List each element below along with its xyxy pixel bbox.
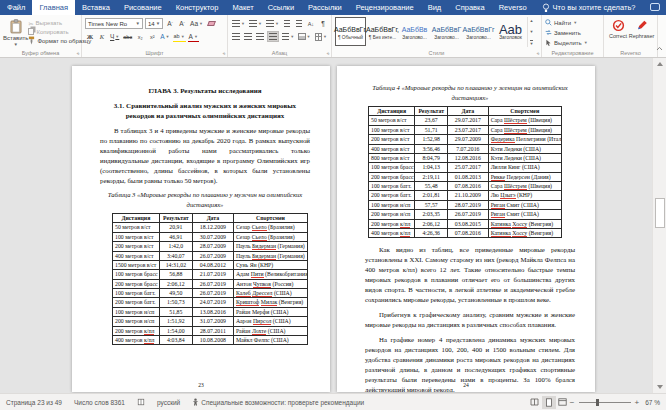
analysis-paragraph-2[interactable]: Прибегнув к графическому анализу, сравни… <box>365 310 575 330</box>
result-cell[interactable]: 23,67 <box>415 116 448 125</box>
tell-me-box[interactable]: Что вы хотите сделать? <box>534 0 644 15</box>
table4-caption[interactable]: Таблица 4 «Мировые рекорды по плаванию у… <box>365 83 575 103</box>
distance-cell[interactable]: 100 метров брасс <box>113 270 160 279</box>
tab-reverso[interactable]: Reverso <box>492 0 534 15</box>
column-header[interactable]: Дата <box>448 107 489 116</box>
athlete-cell[interactable]: Сара Шёстрем (Швеция) <box>488 182 561 191</box>
date-cell[interactable]: 28.07.2009 <box>192 242 233 251</box>
italic-button[interactable]: К <box>97 31 107 42</box>
result-cell[interactable]: 57,57 <box>415 200 448 209</box>
athlete-cell[interactable]: Сезар Сьело (Бразилия) <box>233 232 307 241</box>
distance-cell[interactable]: 50 метров в/ст <box>369 116 415 125</box>
distance-cell[interactable]: 200 метров батт. <box>369 191 415 200</box>
result-cell[interactable]: 3:56,46 <box>415 144 448 153</box>
date-cell[interactable]: 04.08.2012 <box>192 260 233 269</box>
column-header[interactable]: Результат <box>159 214 192 223</box>
distance-cell[interactable]: 400 метров в/ст <box>113 251 160 260</box>
table-women-records[interactable]: ДистанцияРезультатДатаСпортсмен50 метров… <box>368 106 562 238</box>
distance-cell[interactable]: 200 метров к/пл <box>113 326 160 335</box>
superscript-button[interactable]: x² <box>147 31 157 42</box>
athlete-cell[interactable]: Кэти Ледеки (США) <box>488 144 561 153</box>
vertical-scrollbar[interactable] <box>652 58 666 393</box>
distance-cell[interactable]: 200 метров брасс <box>369 172 415 181</box>
web-layout-button[interactable] <box>556 396 570 409</box>
tab-help[interactable]: Справка <box>448 0 491 15</box>
tab-draw[interactable]: Рисование <box>117 0 169 15</box>
distance-cell[interactable]: 400 метров в/ст <box>369 144 415 153</box>
date-cell[interactable]: 7.07.2016 <box>448 144 489 153</box>
align-right-button[interactable] <box>255 31 265 42</box>
shrink-font-button[interactable]: Аˇ <box>177 18 187 29</box>
athlete-cell[interactable]: Лилли Кинг (США) <box>488 163 561 172</box>
paste-button[interactable]: Вставить ▼ <box>3 17 28 47</box>
style-card-3[interactable]: АаБбВвГЗаголово... <box>431 17 462 46</box>
borders-button[interactable]: ▼ <box>314 31 328 42</box>
date-cell[interactable]: 23.07.2017 <box>448 125 489 134</box>
proofing-status[interactable] <box>131 394 151 410</box>
athlete-cell[interactable]: Сезар Сьело (Бразилия) <box>233 223 307 232</box>
multilevel-list-button[interactable]: ▼ <box>265 18 280 29</box>
result-cell[interactable]: 8:04,79 <box>415 153 448 162</box>
athlete-cell[interactable]: Антон Чупков (Россия) <box>233 279 307 288</box>
replace-button[interactable]: Заменить <box>545 28 600 37</box>
result-cell[interactable]: 51,85 <box>159 307 192 316</box>
athlete-cell[interactable]: Аарон Пирсол (США) <box>233 317 307 326</box>
result-cell[interactable]: 2:06,12 <box>415 219 448 228</box>
reverso-correct-button[interactable]: Correct <box>607 17 629 47</box>
style-card-5[interactable]: AabЗаголовок <box>495 17 526 46</box>
date-cell[interactable]: 28.07.2011 <box>192 326 233 335</box>
show-marks-button[interactable]: ¶ <box>318 18 328 29</box>
scroll-down-icon[interactable] <box>657 385 663 389</box>
distance-cell[interactable]: 800 метров в/ст <box>369 153 415 162</box>
tab-review[interactable]: Рецензирование <box>349 0 421 15</box>
date-cell[interactable]: 18.12.2009 <box>192 223 233 232</box>
date-cell[interactable]: 28.07.2019 <box>448 200 489 209</box>
result-cell[interactable]: 46,91 <box>159 232 192 241</box>
result-cell[interactable]: 49,50 <box>159 289 192 298</box>
distance-cell[interactable]: 1500 метров в/ст <box>113 260 160 269</box>
page-23[interactable]: ГЛАВА 3. Результаты исследования 3.1. Ср… <box>72 66 330 392</box>
numbering-button[interactable]: ▼ <box>248 18 263 29</box>
shading-button[interactable]: ▼ <box>297 31 311 42</box>
change-case-button[interactable]: Аа▼ <box>189 18 204 29</box>
result-cell[interactable]: 56,88 <box>159 270 192 279</box>
strikethrough-button[interactable]: abc <box>122 31 133 42</box>
zoom-level[interactable]: 67 % <box>639 394 666 410</box>
result-cell[interactable]: 1:42,0 <box>159 242 192 251</box>
date-cell[interactable]: 26.07.2019 <box>192 279 233 288</box>
athlete-cell[interactable]: Райан Мерфи (США) <box>233 307 307 316</box>
athlete-cell[interactable]: Федерика Пеллегрини (Италия) <box>488 135 561 144</box>
collapse-ribbon-button[interactable] <box>656 37 663 55</box>
intro-paragraph[interactable]: В таблицах 3 и 4 приведены мужские и жен… <box>100 126 310 186</box>
date-cell[interactable]: 26.07.2019 <box>192 289 233 298</box>
result-cell[interactable]: 1:51,92 <box>159 317 192 326</box>
tab-mailings[interactable]: Рассылки <box>301 0 349 15</box>
distance-cell[interactable]: 50 метров в/ст <box>113 223 160 232</box>
bullets-button[interactable]: ▼ <box>231 18 246 29</box>
select-button[interactable]: Выделить▼ <box>545 38 600 47</box>
athlete-cell[interactable]: Сара Шёстрем (Швеция) <box>488 125 561 134</box>
date-cell[interactable]: 13.08.2016 <box>192 307 233 316</box>
distance-cell[interactable]: 100 метров в/ст <box>113 232 160 241</box>
distance-cell[interactable]: 100 метров батт. <box>113 289 160 298</box>
date-cell[interactable]: 30.07.2009 <box>192 232 233 241</box>
font-name-combo[interactable]: Times New Ro▼ <box>85 18 143 29</box>
distance-cell[interactable]: 200 метров батт. <box>113 298 160 307</box>
scrollbar-thumb[interactable] <box>655 198 665 228</box>
styles-more-icon[interactable]: ▼ <box>530 40 534 46</box>
bold-button[interactable]: Ж <box>85 31 95 42</box>
athlete-cell[interactable]: Криштоф Милак (Венгрия) <box>233 298 307 307</box>
athlete-cell[interactable]: Калеб Дрессел (США) <box>233 289 307 298</box>
style-card-0[interactable]: АаБбВвГг,¶ Обычный <box>335 17 366 46</box>
tab-file[interactable]: Файл <box>0 0 32 15</box>
scroll-up-icon[interactable] <box>657 62 663 66</box>
athlete-cell[interactable]: Катинка Хоссу (Венгрия) <box>488 219 561 228</box>
result-cell[interactable]: 51,71 <box>415 125 448 134</box>
date-cell[interactable]: 07.08.2016 <box>448 228 489 237</box>
distance-cell[interactable]: 100 метров в/ст <box>369 125 415 134</box>
distance-cell[interactable]: 200 метров в/ст <box>113 242 160 251</box>
date-cell[interactable]: 24.07.2019 <box>192 298 233 307</box>
column-header[interactable]: Дистанция <box>369 107 415 116</box>
word-count[interactable]: Число слов 8361 <box>68 394 131 410</box>
page-indicator[interactable]: Страница 23 из 49 <box>0 394 68 410</box>
